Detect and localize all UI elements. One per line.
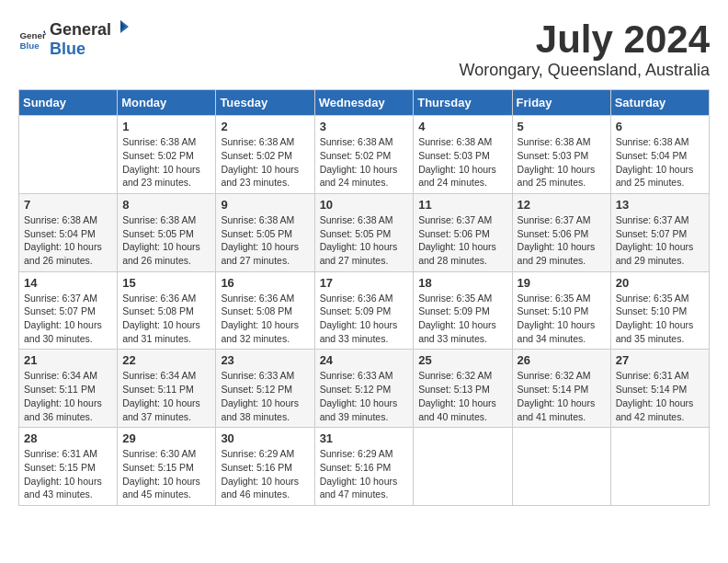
day-info: Sunrise: 6:38 AM Sunset: 5:02 PM Dayligh… xyxy=(122,135,210,190)
calendar-cell xyxy=(19,116,118,194)
header: General Blue General Blue July 2024 Woro… xyxy=(18,18,710,80)
subtitle: Worongary, Queensland, Australia xyxy=(460,61,711,80)
day-info: Sunrise: 6:36 AM Sunset: 5:08 PM Dayligh… xyxy=(221,292,309,346)
calendar-cell: 2Sunrise: 6:38 AM Sunset: 5:02 PM Daylig… xyxy=(216,116,314,194)
day-info: Sunrise: 6:31 AM Sunset: 5:15 PM Dayligh… xyxy=(24,447,112,501)
logo-icon: General Blue xyxy=(18,25,46,52)
calendar-cell: 28Sunrise: 6:31 AM Sunset: 5:15 PM Dayli… xyxy=(19,428,118,506)
day-number: 21 xyxy=(24,353,112,367)
day-info: Sunrise: 6:38 AM Sunset: 5:03 PM Dayligh… xyxy=(418,135,506,190)
day-number: 16 xyxy=(221,276,309,290)
day-info: Sunrise: 6:38 AM Sunset: 5:05 PM Dayligh… xyxy=(122,213,210,268)
title-section: July 2024 Worongary, Queensland, Austral… xyxy=(460,18,711,80)
calendar-cell xyxy=(414,428,512,506)
calendar-cell: 1Sunrise: 6:38 AM Sunset: 5:02 PM Daylig… xyxy=(118,116,216,194)
logo-general-text: General xyxy=(50,20,111,40)
day-info: Sunrise: 6:36 AM Sunset: 5:09 PM Dayligh… xyxy=(320,292,409,346)
day-number: 27 xyxy=(616,353,704,367)
day-info: Sunrise: 6:30 AM Sunset: 5:15 PM Dayligh… xyxy=(122,447,210,501)
day-info: Sunrise: 6:38 AM Sunset: 5:04 PM Dayligh… xyxy=(616,135,704,190)
day-number: 7 xyxy=(24,198,112,212)
calendar-header-sunday: Sunday xyxy=(19,90,118,116)
calendar-cell: 23Sunrise: 6:33 AM Sunset: 5:12 PM Dayli… xyxy=(216,350,314,428)
svg-text:Blue: Blue xyxy=(20,40,40,51)
calendar-header-friday: Friday xyxy=(512,90,610,116)
calendar-header-wednesday: Wednesday xyxy=(314,90,414,116)
calendar-cell: 21Sunrise: 6:34 AM Sunset: 5:11 PM Dayli… xyxy=(19,350,118,428)
calendar-header-monday: Monday xyxy=(118,90,216,116)
calendar-cell xyxy=(512,428,610,506)
day-info: Sunrise: 6:37 AM Sunset: 5:07 PM Dayligh… xyxy=(24,292,112,346)
day-info: Sunrise: 6:37 AM Sunset: 5:06 PM Dayligh… xyxy=(518,213,606,268)
calendar-cell: 5Sunrise: 6:38 AM Sunset: 5:03 PM Daylig… xyxy=(512,116,610,194)
calendar-cell: 4Sunrise: 6:38 AM Sunset: 5:03 PM Daylig… xyxy=(414,116,512,194)
calendar-cell: 20Sunrise: 6:35 AM Sunset: 5:10 PM Dayli… xyxy=(610,271,709,350)
day-info: Sunrise: 6:35 AM Sunset: 5:09 PM Dayligh… xyxy=(418,292,506,346)
calendar-cell: 18Sunrise: 6:35 AM Sunset: 5:09 PM Dayli… xyxy=(414,271,512,350)
calendar-cell: 9Sunrise: 6:38 AM Sunset: 5:05 PM Daylig… xyxy=(216,193,314,271)
calendar-cell: 11Sunrise: 6:37 AM Sunset: 5:06 PM Dayli… xyxy=(414,193,512,271)
calendar-cell: 29Sunrise: 6:30 AM Sunset: 5:15 PM Dayli… xyxy=(118,428,216,506)
day-info: Sunrise: 6:33 AM Sunset: 5:12 PM Dayligh… xyxy=(221,369,309,423)
calendar-cell: 10Sunrise: 6:38 AM Sunset: 5:05 PM Dayli… xyxy=(314,193,414,271)
calendar-week-3: 14Sunrise: 6:37 AM Sunset: 5:07 PM Dayli… xyxy=(19,271,710,350)
day-number: 15 xyxy=(122,276,210,290)
calendar-week-5: 28Sunrise: 6:31 AM Sunset: 5:15 PM Dayli… xyxy=(19,428,710,506)
calendar-cell: 22Sunrise: 6:34 AM Sunset: 5:11 PM Dayli… xyxy=(118,350,216,428)
day-info: Sunrise: 6:38 AM Sunset: 5:05 PM Dayligh… xyxy=(320,213,409,268)
day-number: 14 xyxy=(24,276,112,290)
day-number: 22 xyxy=(122,353,210,367)
day-info: Sunrise: 6:38 AM Sunset: 5:04 PM Dayligh… xyxy=(24,213,112,268)
svg-text:General: General xyxy=(20,30,47,40)
calendar-cell: 12Sunrise: 6:37 AM Sunset: 5:06 PM Dayli… xyxy=(512,193,610,271)
day-number: 11 xyxy=(418,198,506,212)
day-number: 25 xyxy=(418,353,506,367)
calendar-cell: 31Sunrise: 6:29 AM Sunset: 5:16 PM Dayli… xyxy=(314,428,414,506)
day-number: 1 xyxy=(122,120,210,133)
calendar-cell: 24Sunrise: 6:33 AM Sunset: 5:12 PM Dayli… xyxy=(314,350,414,428)
calendar-header-tuesday: Tuesday xyxy=(216,90,314,116)
calendar-cell: 27Sunrise: 6:31 AM Sunset: 5:14 PM Dayli… xyxy=(610,350,709,428)
day-number: 17 xyxy=(320,276,409,290)
day-info: Sunrise: 6:32 AM Sunset: 5:13 PM Dayligh… xyxy=(418,369,506,423)
day-info: Sunrise: 6:38 AM Sunset: 5:02 PM Dayligh… xyxy=(320,135,409,190)
day-number: 31 xyxy=(320,431,409,445)
day-number: 5 xyxy=(518,120,606,133)
day-info: Sunrise: 6:37 AM Sunset: 5:07 PM Dayligh… xyxy=(616,213,704,268)
day-number: 19 xyxy=(518,276,606,290)
calendar-cell: 25Sunrise: 6:32 AM Sunset: 5:13 PM Dayli… xyxy=(414,350,512,428)
calendar-cell: 3Sunrise: 6:38 AM Sunset: 5:02 PM Daylig… xyxy=(314,116,414,194)
day-number: 23 xyxy=(221,353,309,367)
day-info: Sunrise: 6:38 AM Sunset: 5:05 PM Dayligh… xyxy=(221,213,309,268)
calendar-cell: 8Sunrise: 6:38 AM Sunset: 5:05 PM Daylig… xyxy=(118,193,216,271)
calendar-cell: 6Sunrise: 6:38 AM Sunset: 5:04 PM Daylig… xyxy=(610,116,709,194)
day-info: Sunrise: 6:34 AM Sunset: 5:11 PM Dayligh… xyxy=(122,369,210,423)
day-info: Sunrise: 6:38 AM Sunset: 5:02 PM Dayligh… xyxy=(221,135,309,190)
day-number: 20 xyxy=(616,276,704,290)
day-number: 13 xyxy=(616,198,704,212)
calendar-header-thursday: Thursday xyxy=(414,90,512,116)
calendar-cell: 13Sunrise: 6:37 AM Sunset: 5:07 PM Dayli… xyxy=(610,193,709,271)
day-info: Sunrise: 6:31 AM Sunset: 5:14 PM Dayligh… xyxy=(616,369,704,423)
day-number: 26 xyxy=(518,353,606,367)
day-info: Sunrise: 6:35 AM Sunset: 5:10 PM Dayligh… xyxy=(616,292,704,346)
day-number: 6 xyxy=(616,120,704,133)
calendar-cell: 30Sunrise: 6:29 AM Sunset: 5:16 PM Dayli… xyxy=(216,428,314,506)
day-info: Sunrise: 6:34 AM Sunset: 5:11 PM Dayligh… xyxy=(24,369,112,423)
day-number: 29 xyxy=(122,431,210,445)
calendar-week-1: 1Sunrise: 6:38 AM Sunset: 5:02 PM Daylig… xyxy=(19,116,710,194)
day-info: Sunrise: 6:33 AM Sunset: 5:12 PM Dayligh… xyxy=(320,369,409,423)
day-info: Sunrise: 6:32 AM Sunset: 5:14 PM Dayligh… xyxy=(518,369,606,423)
day-info: Sunrise: 6:35 AM Sunset: 5:10 PM Dayligh… xyxy=(518,292,606,346)
calendar-cell: 15Sunrise: 6:36 AM Sunset: 5:08 PM Dayli… xyxy=(118,271,216,350)
calendar-cell: 7Sunrise: 6:38 AM Sunset: 5:04 PM Daylig… xyxy=(19,193,118,271)
day-number: 10 xyxy=(320,198,409,212)
calendar-header-row: SundayMondayTuesdayWednesdayThursdayFrid… xyxy=(19,90,710,116)
logo-blue-text: Blue xyxy=(50,40,85,58)
day-number: 8 xyxy=(122,198,210,212)
calendar-cell: 26Sunrise: 6:32 AM Sunset: 5:14 PM Dayli… xyxy=(512,350,610,428)
day-number: 28 xyxy=(24,431,112,445)
calendar-cell: 14Sunrise: 6:37 AM Sunset: 5:07 PM Dayli… xyxy=(19,271,118,350)
day-number: 9 xyxy=(221,198,309,212)
calendar-week-2: 7Sunrise: 6:38 AM Sunset: 5:04 PM Daylig… xyxy=(19,193,710,271)
